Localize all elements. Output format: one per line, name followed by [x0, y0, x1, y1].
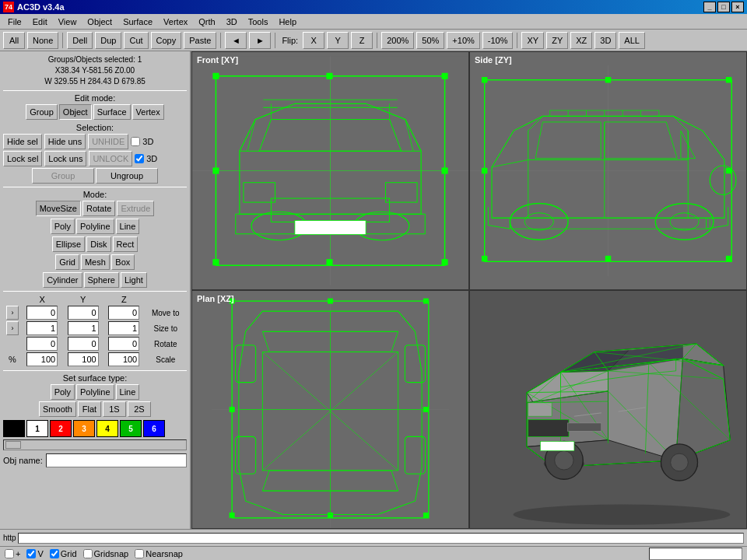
view-xy-button[interactable]: XY	[521, 32, 544, 49]
menu-view[interactable]: View	[54, 16, 82, 28]
v-checkbox[interactable]	[26, 549, 36, 558]
dell-button[interactable]: Dell	[67, 32, 93, 49]
extrude-button[interactable]: Extrude	[117, 201, 154, 216]
size-y-input[interactable]	[68, 321, 99, 335]
line-button[interactable]: Line	[116, 219, 140, 234]
rotate-mode-button[interactable]: Rotate	[82, 201, 115, 216]
mode-object-button[interactable]: Object	[59, 104, 92, 120]
menu-object[interactable]: Object	[82, 16, 117, 28]
color-swatch-5[interactable]: 5	[120, 420, 142, 437]
view-all-button[interactable]: ALL	[619, 32, 645, 49]
mesh-button[interactable]: Mesh	[81, 254, 110, 270]
all-button[interactable]: All	[3, 32, 25, 49]
mode-vertex-button[interactable]: Vertex	[132, 104, 164, 120]
menu-tools[interactable]: Tools	[244, 16, 273, 28]
group-button[interactable]: Group	[32, 168, 94, 184]
ellipse-button[interactable]: Ellipse	[52, 236, 85, 252]
gridsnap-checkbox[interactable]	[83, 549, 93, 558]
move-y-input[interactable]	[68, 306, 99, 320]
unlock-button[interactable]: UNLOCK	[89, 151, 132, 166]
move-z-input[interactable]	[108, 306, 139, 320]
zoom-plus-button[interactable]: +10%	[447, 32, 479, 49]
scale-x-input[interactable]	[26, 352, 58, 366]
view-xz-button[interactable]: XZ	[570, 32, 592, 49]
zoom-50-button[interactable]: 50%	[416, 32, 444, 49]
paste-button[interactable]: Paste	[184, 32, 216, 49]
unhide-button[interactable]: UNHIDE	[88, 134, 128, 149]
none-button[interactable]: None	[27, 32, 58, 49]
surf-line-button[interactable]: Line	[116, 384, 140, 400]
zoom-minus-button[interactable]: -10%	[482, 32, 514, 49]
surf-polyline-button[interactable]: Polyline	[76, 384, 114, 400]
color-swatch-6[interactable]: 6	[143, 420, 165, 437]
rot-x-input[interactable]	[26, 337, 58, 351]
rot-z-input[interactable]	[108, 337, 139, 351]
view-zy-button[interactable]: ZY	[546, 32, 568, 49]
status-input[interactable]	[649, 548, 742, 560]
menu-qrth[interactable]: Qrth	[194, 16, 219, 28]
move-arrow[interactable]: ›	[6, 306, 19, 320]
checkbox-nearsnap[interactable]: Nearsnap	[135, 549, 183, 558]
color-scrollbar[interactable]	[3, 439, 187, 450]
rot-y-input[interactable]	[68, 337, 99, 351]
ungroup-button[interactable]: Ungroup	[96, 168, 158, 184]
scale-z-input[interactable]	[108, 352, 139, 366]
sphere-button[interactable]: Sphere	[84, 272, 119, 288]
color-swatch-4[interactable]: 4	[96, 420, 118, 437]
rect-button[interactable]: Rect	[113, 236, 139, 252]
unhide-3d-checkbox[interactable]	[131, 137, 140, 146]
hide-sel-button[interactable]: Hide sel	[3, 134, 42, 149]
color-swatch-3[interactable]: 3	[73, 420, 95, 437]
size-z-input[interactable]	[108, 321, 139, 335]
movesize-button[interactable]: MoveSize	[36, 201, 81, 216]
surf-poly-button[interactable]: Poly	[51, 384, 75, 400]
size-arrow[interactable]: ›	[6, 321, 19, 335]
cut-button[interactable]: Cut	[124, 32, 148, 49]
poly-button[interactable]: Poly	[51, 219, 75, 234]
light-button[interactable]: Light	[121, 272, 147, 288]
grid-checkbox[interactable]	[50, 549, 59, 558]
menu-edit[interactable]: Edit	[28, 16, 52, 28]
flip-x-button[interactable]: X	[303, 32, 324, 49]
cylinder-button[interactable]: Cylinder	[43, 272, 82, 288]
flip-y-button[interactable]: Y	[327, 32, 349, 49]
menu-vertex[interactable]: Vertex	[159, 16, 192, 28]
mode-surface-button[interactable]: Surface	[93, 104, 131, 120]
surf-1s-button[interactable]: 1S	[103, 401, 126, 417]
nav-prev-button[interactable]: ◄	[225, 32, 247, 49]
close-button[interactable]: ×	[731, 2, 744, 12]
size-x-input[interactable]	[26, 321, 58, 335]
view-3d-button[interactable]: 3D	[594, 32, 616, 49]
copy-button[interactable]: Copy	[151, 32, 182, 49]
menu-file[interactable]: File	[3, 16, 26, 28]
lock-sel-button[interactable]: Lock sel	[3, 151, 42, 166]
box-button[interactable]: Box	[111, 254, 135, 270]
checkbox-gridsnap[interactable]: Gridsnap	[83, 549, 129, 558]
color-swatch-2[interactable]: 2	[50, 420, 72, 437]
maximize-button[interactable]: □	[717, 2, 730, 12]
flip-z-button[interactable]: Z	[351, 32, 373, 49]
menu-surface[interactable]: Surface	[118, 16, 157, 28]
polyline-button[interactable]: Polyline	[76, 219, 114, 234]
viewport-front[interactable]: Front [XY]	[191, 51, 469, 290]
color-swatch-black[interactable]	[3, 420, 25, 437]
nearsnap-checkbox[interactable]	[135, 549, 144, 558]
minimize-button[interactable]: _	[703, 2, 716, 12]
zoom-200-button[interactable]: 200%	[381, 32, 414, 49]
checkbox-grid[interactable]: Grid	[50, 549, 77, 558]
mode-group-button[interactable]: Group	[26, 104, 58, 120]
dup-button[interactable]: Dup	[95, 32, 121, 49]
surf-flat-button[interactable]: Flat	[78, 401, 101, 417]
menu-3d[interactable]: 3D	[222, 16, 242, 28]
lock-3d-checkbox[interactable]	[135, 154, 144, 163]
nav-next-button[interactable]: ►	[249, 32, 271, 49]
viewport-3d[interactable]	[469, 290, 747, 529]
surf-2s-button[interactable]: 2S	[128, 401, 151, 417]
titlebar-controls[interactable]: _ □ ×	[703, 2, 744, 12]
hide-uns-button[interactable]: Hide uns	[44, 134, 86, 149]
viewport-plan[interactable]: Plan [XZ]	[191, 290, 469, 529]
surf-smooth-button[interactable]: Smooth	[39, 401, 76, 417]
menu-help[interactable]: Help	[274, 16, 301, 28]
scale-y-input[interactable]	[68, 352, 99, 366]
color-swatch-1[interactable]: 1	[26, 420, 48, 437]
